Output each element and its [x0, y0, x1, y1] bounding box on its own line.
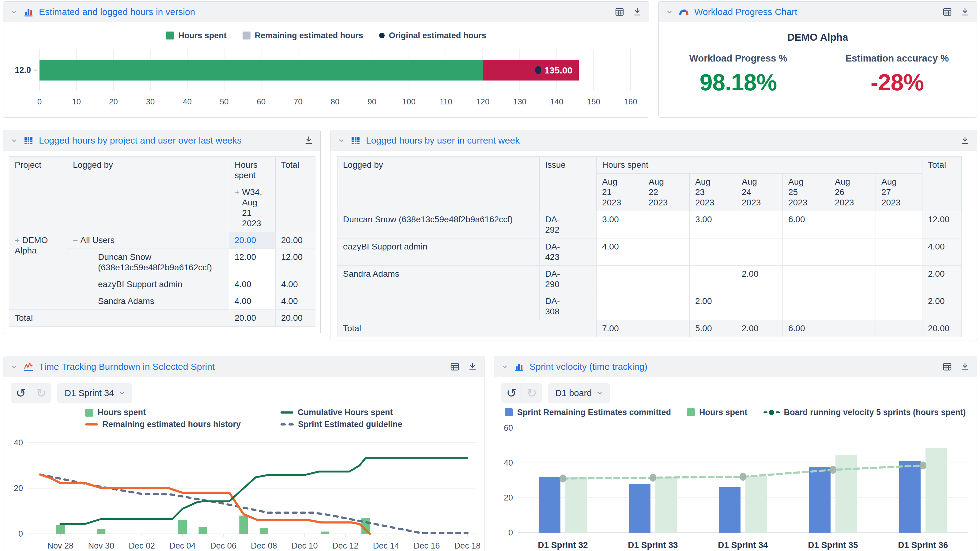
issue-key[interactable]: DA-290	[545, 269, 565, 290]
col-header-day[interactable]: Aug 22 2023	[643, 173, 690, 211]
col-header-hours-spent[interactable]: Hours spent	[597, 157, 923, 173]
download-icon[interactable]	[960, 7, 970, 17]
total-cell: 20.00	[275, 232, 315, 249]
issue-key[interactable]: DA-423	[545, 241, 565, 262]
col-header-project[interactable]: Project	[9, 157, 67, 232]
hours-spent-bar[interactable]	[97, 529, 105, 534]
velocity-line-swatch	[764, 410, 780, 415]
hours-spent-bar[interactable]	[745, 476, 767, 533]
col-header-day[interactable]: Aug 26 2023	[829, 173, 876, 211]
velocity-point-marker[interactable]	[740, 473, 746, 481]
download-icon[interactable]	[960, 136, 970, 145]
collapse-chevron-icon[interactable]	[501, 363, 509, 371]
hours-spent-bar[interactable]	[321, 532, 329, 534]
col-header-logged-by[interactable]: Logged by	[67, 157, 229, 232]
user-cell[interactable]: −All Users	[67, 232, 229, 249]
original-estimated-hours-marker[interactable]	[535, 66, 541, 74]
table-view-icon[interactable]	[942, 7, 952, 17]
redo-button[interactable]: ↻	[31, 383, 51, 403]
sprint-remaining-estimates-committed-bar[interactable]	[719, 487, 740, 533]
col-header-logged-by[interactable]: Logged by	[337, 157, 539, 211]
hours-spent-bar[interactable]	[40, 60, 483, 81]
hours-spent-bar[interactable]	[926, 448, 947, 533]
total-cell: 2.00	[923, 266, 962, 293]
x-tick-label: 20	[109, 97, 118, 106]
sprint-estimated-guideline-line[interactable]	[40, 475, 468, 533]
x-tick-label: 60	[257, 97, 266, 106]
col-header-hours-spent[interactable]: Hours spent	[229, 157, 275, 184]
legend-item: Sprint Remaining Estimates committed	[505, 408, 671, 417]
expand-icon[interactable]: +	[15, 235, 20, 245]
issue-key[interactable]: DA-308	[545, 296, 565, 317]
hours-spent-bar[interactable]	[239, 516, 248, 534]
col-header-week[interactable]: +W34, Aug 21 2023	[229, 184, 275, 232]
hours-spent-bar[interactable]	[835, 455, 857, 533]
panel-title[interactable]: Logged hours by project and user over la…	[39, 135, 242, 146]
issue-cell[interactable]: DA-308	[539, 293, 597, 320]
hours-cell	[783, 293, 829, 320]
table-icon	[23, 135, 34, 146]
x-category-label: D1 Sprint 33	[628, 540, 678, 550]
kpi-value: -28%	[818, 69, 977, 95]
collapse-chevron-icon[interactable]	[665, 8, 673, 16]
panel-title[interactable]: Logged hours by user in current week	[366, 135, 520, 146]
hours-spent-bar[interactable]	[56, 525, 65, 534]
col-header-day[interactable]: Aug 21 2023	[597, 173, 643, 211]
velocity-point-marker[interactable]	[649, 473, 656, 481]
col-header-day[interactable]: Aug 25 2023	[783, 173, 829, 211]
issue-cell[interactable]: DA-423	[539, 238, 597, 266]
col-header-total[interactable]: Total	[923, 157, 962, 211]
project-cell[interactable]: +DEMO Alpha	[9, 232, 67, 310]
board-select-dropdown[interactable]: D1 board	[548, 383, 610, 403]
hours-value-link[interactable]: 20.00	[235, 235, 256, 245]
collapse-chevron-icon[interactable]	[10, 137, 18, 144]
hours-spent-bar[interactable]	[260, 528, 268, 534]
hours-spent-bar[interactable]	[655, 477, 677, 533]
download-icon[interactable]	[304, 136, 313, 145]
col-header-day[interactable]: Aug 24 2023	[736, 173, 783, 211]
x-tick-label: 80	[331, 97, 340, 106]
download-icon[interactable]	[632, 7, 642, 17]
velocity-point-marker[interactable]	[920, 462, 926, 470]
legend-item: Cumulative Hours spent	[280, 408, 402, 417]
issue-key[interactable]: DA-292	[545, 214, 565, 235]
x-category-label: D1 Sprint 35	[808, 540, 858, 550]
hours-cell[interactable]: 20.00	[229, 232, 275, 249]
redo-button[interactable]: ↻	[522, 383, 542, 403]
collapse-icon[interactable]: −	[73, 235, 78, 245]
collapse-chevron-icon[interactable]	[337, 137, 345, 144]
sprint-remaining-estimates-committed-bar[interactable]	[629, 484, 651, 533]
total-hours-cell: 20.00	[229, 310, 275, 327]
col-header-total[interactable]: Total	[275, 157, 315, 232]
hours-spent-bar[interactable]	[178, 520, 187, 534]
velocity-point-marker[interactable]	[560, 475, 566, 483]
download-icon[interactable]	[960, 362, 970, 372]
issue-cell[interactable]: DA-292	[539, 211, 597, 238]
table-view-icon[interactable]	[942, 362, 952, 372]
panel-title[interactable]: Time Tracking Burndown in Selected Sprin…	[39, 362, 215, 372]
panel-title[interactable]: Sprint velocity (time tracking)	[530, 362, 648, 372]
col-header-day[interactable]: Aug 23 2023	[690, 173, 736, 211]
legend-label: Remaining estimated hours history	[102, 420, 241, 429]
undo-button[interactable]: ↺	[501, 383, 522, 403]
sprint-remaining-estimates-committed-bar[interactable]	[899, 461, 921, 533]
download-icon[interactable]	[468, 362, 477, 372]
issue-cell[interactable]: DA-290	[539, 266, 597, 293]
velocity-point-marker[interactable]	[830, 466, 836, 474]
sprint-remaining-estimates-committed-bar[interactable]	[809, 467, 830, 533]
panel-title[interactable]: Workload Progress Chart	[694, 7, 797, 17]
undo-button[interactable]: ↺	[11, 383, 31, 403]
panel-title[interactable]: Estimated and logged hours in version	[39, 7, 195, 17]
collapse-chevron-icon[interactable]	[10, 8, 18, 16]
col-header-day[interactable]: Aug 27 2023	[876, 173, 923, 211]
remaining-estimated-hours-history-line[interactable]	[40, 475, 370, 534]
table-view-icon[interactable]	[615, 7, 624, 17]
sprint-remaining-estimates-committed-bar[interactable]	[539, 477, 560, 533]
expand-icon[interactable]: +	[235, 187, 240, 229]
hours-spent-bar[interactable]	[199, 527, 207, 534]
hours-spent-bar[interactable]	[565, 477, 587, 533]
sprint-select-dropdown[interactable]: D1 Sprint 34	[57, 383, 132, 403]
col-header-issue[interactable]: Issue	[539, 157, 597, 211]
table-view-icon[interactable]	[450, 362, 460, 372]
collapse-chevron-icon[interactable]	[10, 363, 18, 371]
